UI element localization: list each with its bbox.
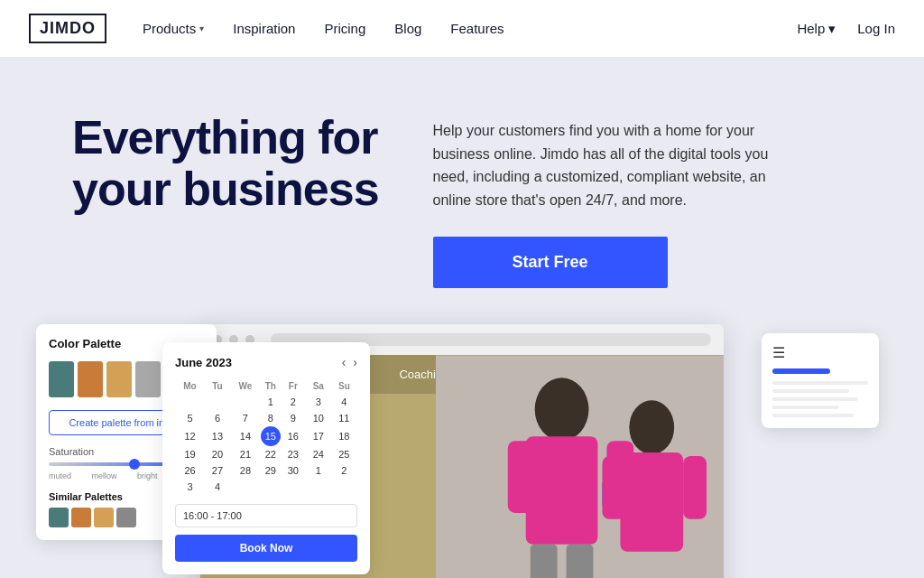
calendar-day[interactable]: 4	[205, 479, 230, 495]
calendar-day[interactable]: 25	[331, 446, 357, 462]
saturation-thumb	[129, 459, 140, 470]
card-line-4	[772, 406, 839, 409]
svg-rect-6	[567, 545, 594, 578]
calendar-day[interactable]: 5	[175, 410, 205, 426]
start-free-button[interactable]: Start Free	[433, 237, 668, 288]
calendar-prev-icon[interactable]: ‹	[342, 355, 346, 369]
calendar-row: 34	[175, 479, 357, 495]
calendar-day[interactable]: 4	[331, 394, 357, 410]
calendar-day[interactable]: 19	[175, 446, 205, 462]
page-title: Everything for your business	[72, 112, 379, 215]
card-lines	[772, 381, 868, 417]
chevron-down-icon: ▾	[828, 21, 836, 37]
calendar-day	[175, 394, 205, 410]
calendar-title: June 2023	[175, 356, 232, 369]
hero-description: Help your customers find you with a home…	[433, 119, 776, 211]
logo[interactable]: JIMDO	[29, 14, 106, 43]
calendar-day	[261, 479, 281, 495]
accent-bar	[772, 368, 830, 374]
calendar-next-icon[interactable]: ›	[353, 355, 357, 369]
calendar-day[interactable]: 11	[331, 410, 357, 426]
similar-swatch-3	[94, 508, 114, 527]
book-now-button[interactable]: Book Now	[175, 535, 357, 562]
calendar-day[interactable]: 24	[306, 446, 331, 462]
swatch-gold	[106, 361, 132, 397]
calendar-day[interactable]: 16	[281, 426, 306, 446]
calendar-day[interactable]: 3	[175, 479, 205, 495]
chevron-down-icon: ▾	[199, 23, 204, 33]
calendar-grid: Mo Tu We Th Fr Sa Su 1234567891011121314…	[175, 378, 357, 495]
time-input[interactable]	[175, 504, 357, 527]
svg-rect-11	[683, 456, 707, 519]
calendar-day	[331, 479, 357, 495]
svg-rect-5	[531, 545, 558, 578]
nav-inspiration[interactable]: Inspiration	[233, 21, 295, 36]
swatch-gray	[135, 361, 161, 397]
calendar-day	[306, 479, 331, 495]
similar-swatch-2	[71, 508, 91, 527]
hero-preview-area: Home Coaching About Contact	[0, 324, 924, 578]
nav-features[interactable]: Features	[450, 21, 504, 36]
nav-pricing[interactable]: Pricing	[324, 21, 365, 36]
calendar-day[interactable]: 20	[205, 446, 230, 462]
calendar-day[interactable]: 14	[230, 426, 261, 446]
calendar-day[interactable]: 7	[230, 410, 261, 426]
svg-point-8	[629, 401, 674, 455]
nav-blog[interactable]: Blog	[394, 21, 421, 36]
help-button[interactable]: Help ▾	[797, 21, 836, 37]
calendar-day	[230, 394, 261, 410]
nav-products[interactable]: Products ▾	[143, 21, 204, 36]
calendar-day[interactable]: 27	[205, 462, 230, 479]
calendar-day[interactable]: 9	[281, 410, 306, 426]
calendar-day[interactable]: 22	[261, 446, 281, 462]
calendar-day[interactable]: 8	[261, 410, 281, 426]
hero-section: Everything for your business Help your c…	[0, 58, 924, 578]
login-button[interactable]: Log In	[857, 21, 895, 36]
svg-rect-2	[526, 437, 598, 545]
calendar-day[interactable]: 21	[230, 446, 261, 462]
calendar-day[interactable]: 18	[331, 426, 357, 446]
calendar-day[interactable]: 1	[261, 394, 281, 410]
similar-swatch-1	[49, 508, 69, 527]
calendar-row: 19202122232425	[175, 446, 357, 462]
swatch-orange	[78, 361, 103, 397]
calendar-row: 567891011	[175, 410, 357, 426]
calendar-day[interactable]: 13	[205, 426, 230, 446]
calendar-day[interactable]: 3	[306, 394, 331, 410]
card-line-3	[772, 397, 858, 401]
calendar-card: June 2023 ‹ › Mo Tu We Th Fr Sa Su	[162, 342, 370, 574]
calendar-day[interactable]: 17	[306, 426, 331, 446]
calendar-day	[281, 479, 306, 495]
nav-links: Products ▾ Inspiration Pricing Blog Feat…	[143, 21, 797, 36]
svg-rect-10	[602, 456, 625, 519]
hamburger-icon: ☰	[772, 344, 868, 361]
calendar-day[interactable]: 12	[175, 426, 205, 446]
calendar-day[interactable]: 28	[230, 462, 261, 479]
calendar-day[interactable]: 23	[281, 446, 306, 462]
calendar-row: 1234	[175, 394, 357, 410]
calendar-header: June 2023 ‹ ›	[175, 355, 357, 369]
svg-rect-9	[620, 452, 683, 552]
swatch-teal	[49, 361, 74, 397]
calendar-day[interactable]: 30	[281, 462, 306, 479]
calendar-day[interactable]: 29	[261, 462, 281, 479]
calendar-day[interactable]: 2	[281, 394, 306, 410]
calendar-day[interactable]: 15	[261, 426, 281, 446]
calendar-row: 12131415161718	[175, 426, 357, 446]
card-line-1	[772, 381, 868, 385]
calendar-days-header: Mo Tu We Th Fr Sa Su	[175, 378, 357, 394]
calendar-navigation[interactable]: ‹ ›	[342, 355, 357, 369]
calendar-day[interactable]: 10	[306, 410, 331, 426]
card-line-5	[772, 414, 854, 417]
hero-headline: Everything for your business	[72, 112, 379, 215]
calendar-day	[230, 479, 261, 495]
calendar-day[interactable]: 2	[331, 462, 357, 479]
right-preview-card: ☰	[762, 333, 879, 428]
calendar-day[interactable]: 1	[306, 462, 331, 479]
nav-right: Help ▾ Log In	[797, 21, 895, 37]
svg-rect-3	[508, 442, 535, 514]
calendar-day	[205, 394, 230, 410]
svg-point-1	[535, 378, 589, 442]
calendar-day[interactable]: 6	[205, 410, 230, 426]
calendar-day[interactable]: 26	[175, 462, 205, 479]
